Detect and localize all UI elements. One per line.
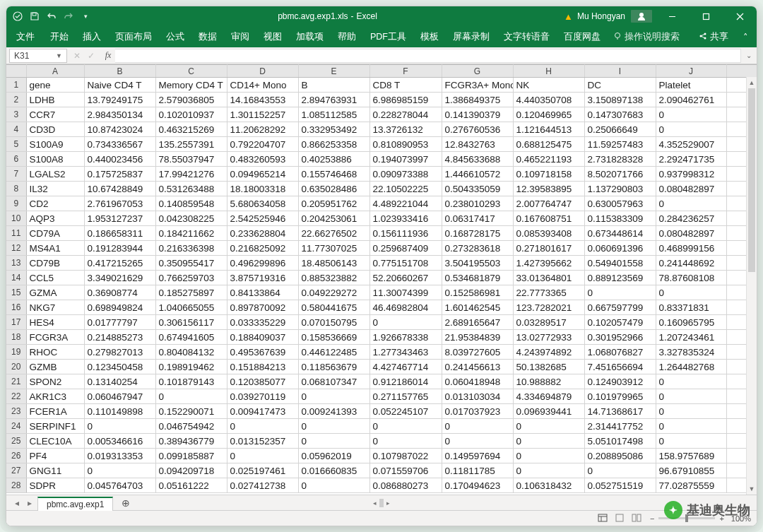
sheet-tab-active[interactable]: pbmc.avg.exp1: [37, 497, 113, 511]
ribbon-collapse-icon[interactable]: ˄: [737, 32, 754, 42]
cell[interactable]: 0.84133864: [227, 285, 298, 300]
cell[interactable]: 0.496299896: [227, 256, 298, 271]
cell[interactable]: 11.77307025: [298, 241, 369, 256]
ribbon-tab-8[interactable]: 加载项: [289, 27, 331, 47]
cell[interactable]: 0.147307683: [584, 107, 656, 122]
row-header[interactable]: 19: [6, 345, 26, 360]
cell[interactable]: 1.264482768: [656, 360, 726, 374]
cell[interactable]: 0.40253886: [298, 152, 369, 167]
expand-formula-bar-icon[interactable]: ⌄: [741, 52, 757, 59]
cell[interactable]: LGALS2: [26, 167, 84, 182]
column-header[interactable]: H: [513, 65, 584, 78]
cell[interactable]: 0: [369, 315, 442, 330]
minimize-button[interactable]: [658, 6, 686, 26]
cell[interactable]: 0.160965795: [656, 315, 726, 330]
cell[interactable]: 4.489221044: [369, 196, 442, 211]
qat-customize-icon[interactable]: ▾: [80, 11, 91, 22]
cell[interactable]: 0.099185887: [155, 449, 227, 463]
close-button[interactable]: [726, 6, 754, 26]
cell[interactable]: 1.446610572: [442, 167, 513, 182]
scroll-down-icon[interactable]: ▼: [747, 483, 757, 495]
cell[interactable]: 22.10502225: [369, 182, 442, 196]
cell[interactable]: GNG11: [26, 463, 84, 478]
cell[interactable]: 0.674941605: [155, 330, 227, 345]
cell[interactable]: 22.7773365: [513, 285, 584, 300]
cell[interactable]: 1.277343463: [369, 345, 442, 360]
cell[interactable]: CD14+ Mono: [227, 78, 298, 93]
name-box[interactable]: K31 ▼: [9, 49, 67, 63]
cell[interactable]: 0: [656, 196, 726, 211]
cell[interactable]: GZMB: [26, 360, 84, 374]
cell[interactable]: 0.019313353: [84, 449, 155, 463]
column-header[interactable]: D: [227, 65, 298, 78]
cell[interactable]: 12.39583895: [513, 182, 584, 196]
cell[interactable]: 0.085393408: [513, 226, 584, 241]
cell[interactable]: 0.238010293: [442, 196, 513, 211]
cell[interactable]: 0.120385077: [227, 374, 298, 389]
scroll-up-icon[interactable]: ▲: [747, 77, 757, 88]
cell[interactable]: 11.30074399: [369, 285, 442, 300]
cell[interactable]: 0.046754942: [155, 419, 227, 434]
cell[interactable]: 0.301952966: [584, 330, 656, 345]
cell[interactable]: 0.11811785: [442, 463, 513, 478]
cell[interactable]: S100A9: [26, 137, 84, 152]
cell[interactable]: 0: [369, 434, 442, 449]
cell[interactable]: 8.502071766: [584, 167, 656, 182]
ribbon-tab-12[interactable]: 屏幕录制: [446, 27, 497, 47]
cell[interactable]: NK: [513, 78, 584, 93]
cell[interactable]: 0: [513, 463, 584, 478]
cell[interactable]: 2.542525946: [227, 211, 298, 226]
cell[interactable]: 0.05962019: [298, 449, 369, 463]
chevron-down-icon[interactable]: ▼: [56, 52, 62, 59]
cell[interactable]: 0.045764703: [84, 478, 155, 493]
select-all-corner[interactable]: [6, 65, 26, 78]
cell[interactable]: 4.334694879: [513, 389, 584, 404]
cell[interactable]: 3.504195503: [442, 256, 513, 271]
cell[interactable]: 10.87423024: [84, 122, 155, 137]
cell[interactable]: 0.897870092: [227, 300, 298, 315]
cell[interactable]: 0: [442, 434, 513, 449]
row-header[interactable]: 24: [6, 419, 26, 434]
cell[interactable]: 0.198919462: [155, 360, 227, 374]
cell[interactable]: 1.121644513: [513, 122, 584, 137]
cell[interactable]: 0.05161222: [155, 478, 227, 493]
cell[interactable]: 0.241448692: [656, 256, 726, 271]
cell[interactable]: 2.731828328: [584, 152, 656, 167]
cell[interactable]: 3.150897138: [584, 93, 656, 107]
cell[interactable]: 0.698949824: [84, 300, 155, 315]
warning-icon[interactable]: ▲: [564, 11, 573, 22]
cell[interactable]: CCL5: [26, 271, 84, 285]
row-header[interactable]: 28: [6, 478, 26, 493]
cell[interactable]: 0.271801617: [513, 241, 584, 256]
cell[interactable]: 0.276760536: [442, 122, 513, 137]
cell[interactable]: 0: [656, 434, 726, 449]
row-header[interactable]: 25: [6, 434, 26, 449]
cell[interactable]: Naive CD4 T: [84, 78, 155, 93]
cell[interactable]: 0.094209718: [155, 463, 227, 478]
cancel-formula-icon[interactable]: ✕: [71, 51, 83, 61]
cell[interactable]: 0.167608751: [513, 211, 584, 226]
cell[interactable]: 0: [442, 419, 513, 434]
scroll-left-icon[interactable]: ◂: [372, 500, 378, 507]
cell[interactable]: 78.55037947: [155, 152, 227, 167]
row-header[interactable]: 7: [6, 167, 26, 182]
cell[interactable]: 0: [656, 419, 726, 434]
cell[interactable]: IL32: [26, 182, 84, 196]
cell[interactable]: 0: [298, 478, 369, 493]
cell[interactable]: FCGR3A: [26, 330, 84, 345]
cell[interactable]: 11.20628292: [227, 122, 298, 137]
cell[interactable]: 0.049229272: [298, 285, 369, 300]
cell[interactable]: 0.185275897: [155, 285, 227, 300]
fx-icon[interactable]: fx: [101, 50, 115, 61]
cell[interactable]: HES4: [26, 315, 84, 330]
cell[interactable]: 0.016660835: [298, 463, 369, 478]
cell[interactable]: 0.027412738: [227, 478, 298, 493]
cell[interactable]: 4.440350708: [513, 93, 584, 107]
normal-view-icon[interactable]: [596, 514, 609, 524]
cell[interactable]: 18.48506143: [298, 256, 369, 271]
cell[interactable]: 0.804084132: [155, 345, 227, 360]
row-header[interactable]: 27: [6, 463, 26, 478]
redo-icon[interactable]: [63, 11, 74, 22]
cell[interactable]: 0.070150795: [298, 315, 369, 330]
enter-formula-icon[interactable]: ✓: [85, 51, 97, 61]
